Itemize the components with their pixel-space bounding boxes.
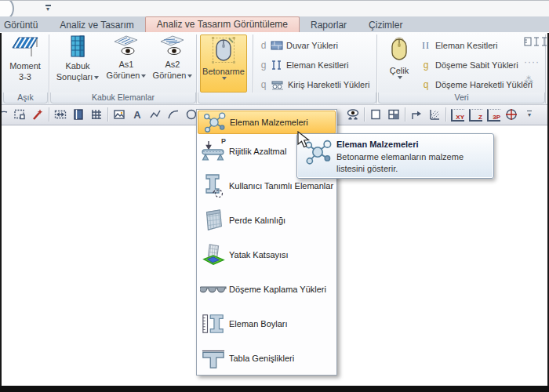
doseme-sabit-yukleri-item[interactable]: g Döşeme Sabit Yükleri — [421, 56, 518, 74]
menu-item-label: Rijitlik Azaltmal — [229, 147, 286, 156]
group-divider — [49, 34, 49, 103]
building-icon — [66, 34, 89, 60]
menu-item-label: Tabla Genişlikleri — [229, 354, 294, 363]
group-label-hidden — [198, 93, 376, 103]
mouse-cursor — [297, 131, 311, 150]
arc-icon[interactable] — [165, 107, 181, 122]
image-icon[interactable] — [111, 107, 127, 122]
magic-wand-icon[interactable] — [30, 107, 45, 122]
celik-eleman-kesitleri-item[interactable]: II Eleman Kesitleri — [421, 36, 497, 55]
tab-analiz-ve-tasarim[interactable]: Analiz ve Tasarım — [49, 18, 144, 32]
load-key-q-gold: q — [421, 79, 431, 90]
dropdown-arrow-icon — [94, 76, 99, 79]
beam-support-icon: P — [198, 139, 229, 164]
menu-item-yatak-katsayisi[interactable]: Yatak Katsayısı — [198, 238, 336, 272]
group-label-asik: Aşık — [3, 93, 48, 103]
menu-item-doseme-kaplama-yukleri[interactable]: Döşeme Kaplama Yükleri — [198, 272, 336, 307]
book-icon[interactable] — [71, 107, 86, 122]
menu-item-eleman-boylari[interactable]: Eleman Boyları — [198, 307, 336, 341]
eleman-kesitleri-item[interactable]: g Eleman Kesitleri — [259, 56, 348, 74]
menu-item-label: Perde Kalınlığı — [229, 216, 285, 225]
doseme-sabit-yukleri-label: Döşeme Sabit Yükleri — [435, 60, 518, 70]
doseme-hareketli-yukleri-label: Döşeme Hareketli Yükleri — [435, 80, 533, 89]
as1-gorunen-label-1: As1 — [119, 60, 134, 69]
quick-access-dropdown-icon[interactable]: ▾ — [43, 3, 53, 13]
load-key-g-gold: g — [421, 60, 431, 71]
kabuk-sonuclari-label-2: Sonuçları — [56, 72, 93, 82]
ribbon: Moment 3-3 Kabuk Sonuçları — [0, 32, 549, 105]
kabuk-sonuclari-button[interactable]: Kabuk Sonuçları — [53, 34, 102, 91]
ribbon-tab-bar: Görüntü Analiz ve Tasarım Analiz ve Tasa… — [0, 16, 549, 34]
tab-goruntu[interactable]: Görüntü — [0, 18, 49, 32]
kiris-hareketli-yukleri-item[interactable]: q Kiriş Hareketli Yükleri — [259, 75, 369, 94]
group-label-kabuk-elemanlar: Kabuk Elemanlar — [50, 93, 196, 103]
clipped-ribbon-icons[interactable]: ···· ⁂ — [524, 37, 549, 86]
dropdown-arrow-icon — [187, 74, 192, 78]
coordinate-z-icon[interactable]: Z — [467, 107, 483, 122]
celik-label: Çelik — [390, 66, 409, 75]
app-window: ▾ Görüntü Analiz ve Tasarım Analiz ve Ta… — [0, 0, 549, 392]
menu-item-tabla-genislikleri[interactable]: Tabla Genişlikleri — [198, 341, 336, 376]
text-icon[interactable]: A — [129, 107, 145, 122]
ruler-column-icon — [198, 311, 229, 336]
molecule-icon — [198, 112, 230, 132]
group-label-veri: Veri — [378, 93, 545, 103]
selection-rectangle-icon[interactable] — [12, 107, 27, 122]
as2-gorunen-label-2: Görünen — [153, 71, 187, 80]
menu-item-eleman-malzemeleri[interactable]: Eleman Malzemeleri — [198, 111, 336, 134]
celik-button[interactable]: Çelik — [381, 34, 417, 91]
tab-raporlar[interactable]: Raporlar — [300, 18, 358, 32]
betonarme-label: Betonarme — [202, 67, 245, 76]
mouse-icon — [387, 36, 411, 64]
grid-icon[interactable] — [89, 107, 104, 122]
duvar-yukleri-label: Duvar Yükleri — [286, 41, 338, 50]
menu-item-label: Yatak Katsayısı — [229, 250, 289, 260]
moment-button-label-2: 3-3 — [19, 72, 31, 82]
tab-cizimler[interactable]: Çizimler — [358, 18, 413, 32]
menu-item-label: Eleman Boyları — [229, 319, 288, 328]
window-panes-icon[interactable] — [386, 107, 402, 122]
betonarme-button[interactable]: Betonarme — [200, 34, 247, 93]
moment-3-3-button[interactable]: Moment 3-3 — [4, 34, 46, 91]
coordinate-3p-icon[interactable]: 3P — [485, 107, 501, 122]
slab-eye-icon — [114, 34, 139, 58]
duvar-yukleri-item[interactable]: d Duvar Yükleri — [259, 36, 338, 55]
slab-eye-icon — [160, 34, 185, 58]
dimension-points-icon[interactable] — [53, 107, 68, 122]
dropdown-arrow-icon — [222, 77, 227, 80]
snow-load-icon: ⁂ — [524, 75, 549, 86]
doseme-hareketli-yukleri-item[interactable]: q Döşeme Hareketli Yükleri — [421, 75, 533, 94]
tooltip-body: Betonarme elemanların malzeme listesini … — [336, 151, 487, 175]
load-key-g: g — [259, 60, 268, 71]
origin-crosshair-icon[interactable] — [504, 107, 519, 122]
tooltip-title: Eleman Malzemeleri — [336, 140, 487, 149]
foundation-mat-icon — [198, 243, 229, 267]
menu-item-perde-kalinligi[interactable]: Perde Kalınlığı — [198, 203, 336, 238]
toolbar-overflow-icon[interactable]: ▾ — [522, 107, 537, 122]
corrugated-deck-icon — [198, 283, 229, 296]
as1-gorunen-label-2: Görünen — [107, 71, 140, 80]
blank-sheet-icon[interactable] — [368, 107, 384, 122]
menu-item-label: Kullanıcı Tanımlı Elemanlar — [229, 181, 333, 191]
as2-gorunen-label-1: As2 — [165, 60, 180, 69]
kiris-hareketli-yukleri-label: Kiriş Hareketli Yükleri — [288, 80, 369, 89]
coordinate-xy-icon[interactable]: XY — [449, 107, 465, 122]
kabuk-sonuclari-label-1: Kabuk — [65, 61, 89, 71]
dropdown-arrow-icon — [398, 76, 402, 79]
dotted-loads-icon: ···· — [524, 56, 549, 67]
as1-gorunen-button[interactable]: As1 Görünen — [104, 34, 149, 91]
group-divider — [196, 34, 197, 103]
visibility-levels-icon[interactable] — [345, 107, 361, 122]
mouse-icon — [212, 37, 235, 65]
force-p-label: P — [221, 137, 226, 145]
section-key-II: II — [421, 40, 431, 52]
axis-grid-icon[interactable] — [427, 107, 442, 122]
axis-arrow-icon[interactable] — [409, 107, 424, 122]
load-key-q: q — [259, 79, 268, 90]
moment-button-label-1: Moment — [9, 61, 41, 71]
polyline-icon[interactable] — [147, 107, 163, 122]
as2-gorunen-button[interactable]: As2 Görünen — [151, 34, 195, 91]
load-key-d: d — [259, 40, 268, 51]
tab-analiz-ve-tasarim-goruntuleme[interactable]: Analiz ve Tasarım Görüntüleme — [145, 16, 300, 32]
i-section-user-icon — [198, 173, 229, 198]
